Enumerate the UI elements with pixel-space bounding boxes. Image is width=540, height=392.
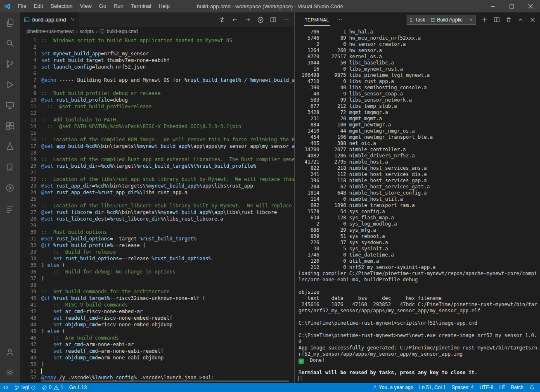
previous-change-icon[interactable] [232, 17, 238, 23]
close-panel-icon[interactable] [529, 17, 536, 23]
eol-item[interactable]: LF [496, 383, 508, 392]
code-line[interactable]: 46 :: Arm build commands [20, 335, 294, 341]
code-line[interactable]: 19:: Location of the compiled Rust app a… [20, 156, 294, 163]
code-line[interactable]: 34 set rust_build_options=--release %rus… [20, 255, 294, 262]
activity-item-source-control[interactable] [0, 54, 20, 74]
menu-file[interactable]: File [14, 0, 30, 12]
code-line[interactable]: 22:: Location of the libs\rust_app stub … [20, 176, 294, 183]
menu-edit[interactable]: Edit [30, 0, 47, 12]
code-line[interactable]: 7@echo ----- Building Rust app and Mynew… [20, 77, 294, 83]
code-line[interactable]: 2 [20, 44, 294, 50]
menu-terminal[interactable]: Terminal [127, 0, 155, 12]
terminal-output[interactable]: 706 1 hw_hal.a 5746 89 hw_mcu_nordic_nrf… [295, 27, 540, 383]
encoding-item[interactable]: UTF-8 [476, 383, 496, 392]
code-line[interactable]: 39:: Set build commands for the architec… [20, 288, 294, 295]
git-branch-item[interactable]: lvgl [12, 383, 39, 392]
settings-button[interactable] [0, 362, 20, 383]
indentation-item[interactable]: Spaces: 4 [449, 383, 476, 392]
blame-item[interactable]: You, a year ago [369, 383, 417, 392]
more-actions-icon[interactable] [283, 17, 289, 23]
new-terminal-icon[interactable] [481, 17, 488, 23]
code-line[interactable]: 33 :: Build for release [20, 249, 294, 255]
code-line[interactable]: 12 [20, 110, 294, 116]
maximize-button[interactable] [502, 0, 521, 12]
code-line[interactable]: 42 set ar_cmd=riscv-none-embed-ar [20, 308, 294, 315]
code-line[interactable]: 47 set ar_cmd=arm-none-eabi-ar [20, 341, 294, 348]
panel-more-icon[interactable] [336, 17, 343, 23]
code-line[interactable]: 3set mynewt_build_app=nrf52_my_sensor [20, 50, 294, 57]
code-line[interactable]: 24@set rust_app_dest=%rust_app_dir%\libs… [20, 189, 294, 196]
code-line[interactable]: 5set launch_config=launch-nrf52.json [20, 64, 294, 70]
code-line[interactable]: 9:: Rust build profile: debug or release [20, 90, 294, 97]
activity-item-run-debug[interactable] [0, 74, 20, 95]
code-line[interactable]: 15 [20, 130, 294, 136]
code-line[interactable]: 35) else ( [20, 262, 294, 268]
code-line[interactable]: 27@set rust_libcore_dir=%cd%\bin\targets… [20, 209, 294, 216]
menu-help[interactable]: Help [155, 0, 173, 12]
code-line[interactable]: 21 [20, 169, 294, 176]
code-line[interactable]: 4set rust_build_target=thumbv7em-none-ea… [20, 57, 294, 64]
code-line[interactable]: 17@set app_build=%cd%\bin\targets\%mynew… [20, 143, 294, 150]
split-editor-icon[interactable] [270, 17, 277, 23]
activity-item-testing[interactable] [0, 136, 20, 157]
go-version-item[interactable]: Go 1.13 [66, 383, 90, 392]
terminal-picker-dropdown[interactable]: 1: Task - Build Applic [407, 15, 476, 25]
menu-go[interactable]: Go [95, 0, 110, 12]
activity-item-explorer[interactable] [0, 12, 20, 33]
code-line[interactable]: 40@if %rust_build_target%==riscv32imac-u… [20, 295, 294, 302]
problems-item[interactable]: 0 1 [39, 383, 66, 392]
code-line[interactable]: 50) [20, 361, 294, 368]
code-line[interactable]: 28@set rust_libcore_dest=%rust_libcore_d… [20, 216, 294, 222]
cursor-position-item[interactable]: Ln 51, Col 1 [416, 383, 449, 392]
code-line[interactable]: 30:: Rust build options [20, 229, 294, 235]
remote-indicator[interactable] [0, 383, 12, 392]
code-line[interactable]: 31@set rust_build_options=--target %rust… [20, 235, 294, 242]
code-line[interactable]: 49 set objdump_cmd=arm-none-eabi-objdump [20, 354, 294, 361]
menu-run[interactable]: Run [110, 0, 127, 12]
code-line[interactable]: 26:: Location of the libs\rust_libcore s… [20, 202, 294, 209]
account-button[interactable] [0, 342, 20, 362]
code-line[interactable]: 6 [20, 70, 294, 77]
run-task-icon[interactable] [257, 17, 264, 23]
close-window-button[interactable] [521, 0, 540, 12]
code-line[interactable]: 32@if %rust_build_profile%==release ( [20, 242, 294, 249]
code-line[interactable]: 25 [20, 196, 294, 202]
code-line[interactable]: 20@set rust_build_dir=%cd%\target\%rust_… [20, 163, 294, 169]
minimize-button[interactable] [483, 0, 502, 12]
tab-close-icon[interactable] [71, 18, 75, 21]
code-line[interactable]: 48 set readelf_cmd=arm-none-eabi-readelf [20, 348, 294, 354]
editor-code[interactable]: 1:: Windows script to build Rust applica… [20, 36, 294, 383]
code-line[interactable]: 36 :: Build for debug: No change in opti… [20, 268, 294, 275]
code-line[interactable]: 8 [20, 83, 294, 90]
code-line[interactable]: 16:: Location of the compiled ROM image.… [20, 136, 294, 143]
notifications-item[interactable] [526, 383, 538, 392]
activity-item-outline[interactable] [0, 198, 20, 219]
code-line[interactable]: 29 [20, 222, 294, 229]
code-line[interactable]: 23@set rust_app_dir=%cd%\bin\targets\%my… [20, 183, 294, 189]
code-line[interactable]: 51 [20, 368, 294, 374]
code-line[interactable]: 1:: Windows script to build Rust applica… [20, 37, 294, 44]
code-line[interactable]: 41 :: RISC-V build commands [20, 302, 294, 308]
menu-selection[interactable]: Selection [47, 0, 76, 12]
code-line[interactable]: 43 set readelf_cmd=riscv-none-embed-read… [20, 315, 294, 321]
code-line[interactable]: 52@copy /y .vscode\%launch_config% .vsco… [20, 374, 294, 381]
breadcrumb-file[interactable]: build-app.cmd [107, 29, 137, 34]
activity-item-run-circle[interactable] [0, 178, 20, 198]
horizontal-scrollbar[interactable] [41, 380, 289, 382]
code-line[interactable]: 14 :: @set PATH=%PATH%;%cd%\xPack\RISC-V… [20, 123, 294, 130]
code-line[interactable]: 10@set rust_build_profile=debug [20, 97, 294, 103]
code-line[interactable]: 44 set objdump_cmd=riscv-none-embed-objd… [20, 321, 294, 328]
activity-item-extensions[interactable] [0, 116, 20, 136]
kill-terminal-icon[interactable] [505, 17, 512, 23]
language-mode-item[interactable]: Batch [508, 383, 526, 392]
tab-terminal[interactable]: TERMINAL [304, 14, 330, 26]
open-changes-icon[interactable] [219, 17, 225, 23]
tab-build-app-cmd[interactable]: build-app.cmd [20, 12, 79, 27]
breadcrumb-folder[interactable]: pinetime-rust-mynewt [26, 29, 74, 34]
activity-item-search[interactable] [0, 33, 20, 54]
activity-item-remote-explorer[interactable] [0, 95, 20, 116]
next-change-icon[interactable] [244, 17, 251, 23]
activity-item-bookmarks[interactable] [0, 157, 20, 178]
maximize-panel-icon[interactable] [517, 17, 524, 23]
code-line[interactable]: 18 [20, 150, 294, 156]
